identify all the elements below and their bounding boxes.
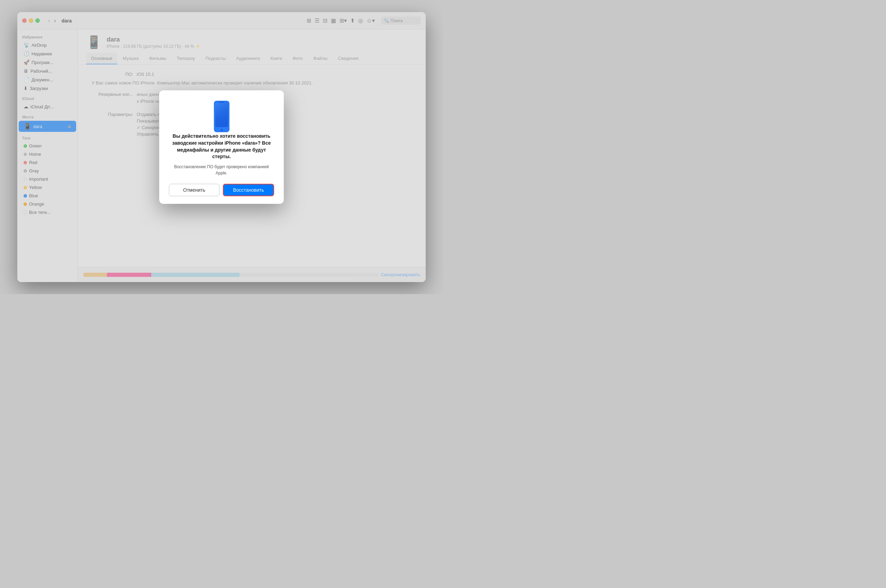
dialog-iphone-icon <box>212 100 231 133</box>
svg-point-3 <box>220 129 223 131</box>
overlay: Вы действительно хотите восстановить зав… <box>17 12 426 282</box>
dialog-title: Вы действительно хотите восстановить зав… <box>169 133 274 160</box>
finder-window: ‹ › dara ⊞ ☰ ⊟ ▦ ⊞▾ ⬆ ◎ ☺▾ 🔍 Избранное 📡… <box>17 12 426 282</box>
svg-rect-2 <box>219 102 225 103</box>
dialog-buttons: Отменить Восстановить <box>169 184 274 196</box>
svg-rect-4 <box>215 103 228 127</box>
restore-dialog: Вы действительно хотите восстановить зав… <box>159 90 284 204</box>
cancel-button[interactable]: Отменить <box>169 184 219 196</box>
restore-button[interactable]: Восстановить <box>223 184 274 196</box>
dialog-subtitle: Восстановление ПО будет проверено компан… <box>169 164 274 176</box>
